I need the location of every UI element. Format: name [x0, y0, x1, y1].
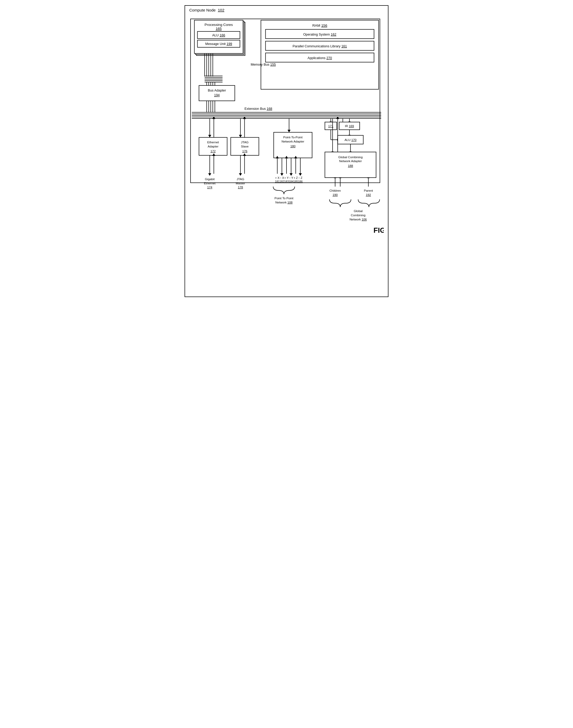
- ptp-adapter-label2: Network Adapter: [281, 140, 304, 143]
- svg-marker-45: [239, 135, 242, 138]
- gcn-label3: Network 106: [350, 217, 367, 221]
- parent-label: Parent: [364, 189, 373, 192]
- gigabit-ethernet-label: Gigabit: [205, 177, 215, 181]
- parent-ref: 192: [366, 193, 371, 196]
- svg-marker-41: [208, 174, 211, 176]
- diagram-svg: Processing Cores 165 ALU 166 Message Uni…: [189, 10, 384, 292]
- svg-marker-50: [239, 174, 242, 176]
- minus-x-label: − X: [280, 176, 284, 179]
- ethernet-adapter-label: Ethernet: [207, 140, 219, 144]
- page: Compute Node 102 Processing Cores 165 AL…: [185, 5, 388, 297]
- msg-unit-label: Message Unit 199: [205, 42, 232, 46]
- gcn-label2: Combining: [351, 213, 365, 217]
- gcn-adapter-ref: 188: [348, 164, 353, 167]
- ethernet-adapter-label2: Adapter: [208, 145, 218, 148]
- svg-marker-59: [280, 174, 283, 176]
- plus-z-label: + Z: [294, 176, 298, 179]
- minus-y-label: − Y: [289, 176, 293, 179]
- gcn-adapter-label2: Network Adapter: [339, 159, 362, 163]
- gigabit-ethernet-label2: Ethernet: [204, 182, 216, 185]
- gigabit-ethernet-ref: 174: [207, 185, 212, 189]
- os-label: Operating System 162: [303, 33, 336, 36]
- fig-label: FIG. 2: [373, 226, 384, 234]
- ptp-network-label: Point To Point: [274, 196, 294, 200]
- minus-z-label: − Z: [298, 176, 303, 179]
- jtag-slave-ref: 176: [242, 149, 248, 153]
- svg-marker-67: [299, 174, 302, 176]
- plus-x-label: + X: [275, 176, 279, 179]
- ptp-adapter-ref: 180: [291, 144, 296, 148]
- ram-label: RAM 156: [312, 23, 327, 28]
- proc-cores-ref: 165: [216, 27, 222, 31]
- bus-adapter-label: Bus Adapter: [208, 88, 226, 92]
- compute-node-box: Compute Node 102 Processing Cores 165 AL…: [185, 5, 388, 297]
- ptp-adapter-label: Point-To-Point: [283, 136, 303, 139]
- children-ref: 190: [332, 193, 338, 196]
- plus-y-label: + Y: [284, 176, 289, 179]
- jtag-slave-label: JTAG: [241, 140, 249, 144]
- apps-label: Applications 270: [308, 56, 332, 60]
- jtag-master-ref: 178: [238, 185, 243, 189]
- alu170-label: ALU 170: [345, 138, 357, 141]
- pcl-label: Parallel Communications Library 161: [293, 44, 347, 48]
- gcn-label: Global: [354, 209, 363, 212]
- svg-marker-63: [290, 174, 293, 176]
- ethernet-adapter-ref: 172: [210, 149, 216, 153]
- ext-bus-label: Extension Bus 168: [245, 107, 272, 111]
- bus-adapter-ref: 194: [214, 93, 220, 97]
- compute-node-label: Compute Node 102: [189, 8, 224, 12]
- ir169-label: IR 169: [345, 124, 354, 128]
- jtag-slave-label2: Slave: [241, 145, 249, 148]
- memory-bus-label: Memory Bus 155: [251, 62, 276, 66]
- jtag-master-label: JTAG: [237, 177, 244, 181]
- proc-cores-label: Processing Cores: [205, 23, 233, 27]
- svg-marker-36: [208, 135, 211, 138]
- alu-label: ALU 166: [212, 33, 225, 37]
- children-label: Children: [329, 189, 341, 192]
- ptp-network-label2: Network 108: [275, 201, 293, 204]
- jtag-master-label2: Master: [236, 182, 245, 185]
- svg-marker-54: [288, 130, 291, 132]
- gcn-adapter-label: Global Combining: [338, 155, 363, 159]
